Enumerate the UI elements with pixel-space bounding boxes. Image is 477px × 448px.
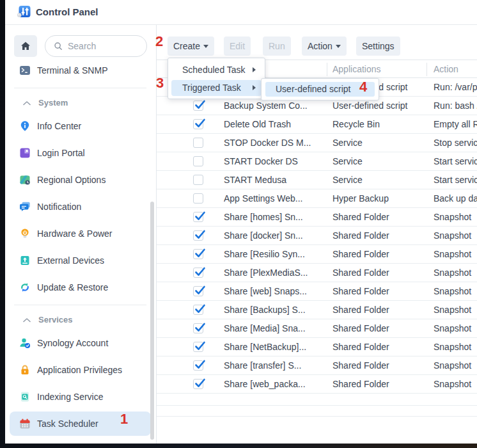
application-cell: Shared Folder [332, 301, 428, 319]
control-panel-icon [17, 5, 31, 19]
task-name-cell: Share [PlexMediaS... [224, 264, 327, 282]
action-cell: Snapshot [434, 375, 471, 393]
row-checkbox[interactable] [193, 286, 203, 296]
row-checkbox[interactable] [193, 100, 203, 111]
menu-item-scheduled-task[interactable]: Scheduled Task [168, 61, 265, 79]
settings-button[interactable]: Settings [356, 36, 400, 56]
sidebar-scrollbar[interactable] [150, 202, 154, 440]
application-cell: Shared Folder [332, 282, 428, 300]
row-checkbox[interactable] [193, 230, 203, 241]
sidebar-item-application-privileges[interactable]: Application Privileges [10, 360, 151, 380]
row-checkbox[interactable] [193, 268, 203, 278]
sidebar-item-info-center[interactable]: Info Center [10, 116, 151, 136]
row-checkbox[interactable] [193, 342, 203, 352]
submenu-arrow-icon [253, 85, 256, 90]
search-input[interactable] [68, 41, 140, 51]
table-row[interactable]: Share [Backups] S...Shared FolderSnapsho… [157, 301, 477, 319]
sidebar-item-label: Terminal & SNMP [37, 65, 107, 76]
table-row[interactable]: Share [transfer] S...Shared FolderSnapsh… [157, 356, 477, 375]
terminal-icon [19, 65, 31, 76]
annotation-4: 4 [359, 80, 367, 94]
sidebar-divider [14, 88, 146, 88]
row-checkbox[interactable] [193, 249, 203, 259]
table-row[interactable]: App Settings Web...Hyper BackupBack up d… [157, 189, 477, 208]
table-row[interactable]: START MedusaServiceStart servic [157, 171, 477, 189]
action-cell: Stop servic [434, 134, 477, 152]
table-footer-divider [157, 416, 477, 417]
row-checkbox[interactable] [193, 305, 203, 315]
create-button[interactable]: Create [168, 36, 214, 56]
row-checkbox[interactable] [193, 138, 203, 148]
table-row[interactable]: Share [Resilio Syn...Shared FolderSnapsh… [157, 245, 477, 264]
row-checkbox[interactable] [193, 119, 203, 129]
table-row[interactable]: Share [Media] Sna...Shared FolderSnapsho… [157, 319, 477, 338]
sidebar-item-regional-options[interactable]: Regional Options [10, 170, 151, 189]
sidebar-item-hardware-power[interactable]: Hardware & Power [10, 224, 151, 243]
task-name-cell: START Docker DS [224, 152, 327, 170]
column-header-applications[interactable]: Applications [332, 60, 381, 78]
annotation-1: 1 [120, 412, 128, 426]
hardware-power-icon [19, 228, 31, 239]
row-checkbox[interactable] [193, 379, 203, 389]
table-row[interactable]: Delete Old TrashRecycle BinEmpty all R [157, 115, 477, 134]
row-checkbox[interactable] [193, 323, 203, 333]
sidebar-item-terminal-snmp[interactable]: Terminal & SNMP [10, 61, 151, 80]
action-cell: Start servic [434, 152, 477, 170]
search-box[interactable] [45, 35, 147, 57]
notification-icon [19, 201, 31, 212]
sidebar-item-indexing-service[interactable]: Indexing Service [10, 387, 151, 406]
row-checkbox[interactable] [193, 360, 203, 371]
sidebar-section-system[interactable]: System [10, 95, 151, 110]
action-cell: Snapshot [434, 301, 471, 319]
row-checkbox[interactable] [193, 193, 203, 204]
action-cell: Snapshot [434, 282, 471, 300]
home-button[interactable] [14, 35, 37, 57]
task-name-cell: Share [NetBackup]... [224, 338, 327, 356]
sidebar-item-notification[interactable]: Notification [10, 197, 151, 216]
table-row[interactable]: Share [web_packa...Shared FolderSnapshot [157, 375, 477, 394]
row-checkbox[interactable] [193, 212, 203, 222]
sidebar-item-task-scheduler[interactable]: Task Scheduler [10, 412, 151, 436]
task-name-cell: START Medusa [224, 171, 327, 189]
task-name-cell: Share [transfer] S... [224, 356, 327, 374]
table-row[interactable]: STOP Docker DS M...ServiceStop servic [157, 134, 477, 152]
table-row[interactable]: Share [homes] Sn...Shared FolderSnapshot [157, 208, 477, 227]
sidebar-item-synology-account[interactable]: Synology Account [10, 333, 151, 353]
task-name-cell: Share [Media] Sna... [224, 319, 327, 337]
update-restore-icon [19, 282, 31, 293]
sidebar-item-label: Notification [37, 202, 81, 212]
table-row[interactable]: Share [web] Snaps...Shared FolderSnapsho… [157, 282, 477, 301]
row-checkbox[interactable] [193, 175, 203, 185]
menu-item-user-defined-script[interactable]: User-defined script [276, 79, 351, 100]
task-name-cell: Share [docker] Sn... [224, 227, 327, 244]
action-cell: Snapshot [434, 264, 471, 282]
sidebar-section-services[interactable]: Services [10, 312, 151, 327]
sidebar-item-external-devices[interactable]: External Devices [10, 251, 151, 270]
application-cell: Hyper Backup [332, 189, 428, 207]
column-header-action[interactable]: Action [434, 60, 458, 78]
sidebar-item-login-portal[interactable]: Login Portal [10, 143, 151, 163]
menu-item-triggered-task[interactable]: Triggered Task [171, 80, 262, 96]
application-cell: Shared Folder [332, 338, 428, 356]
sidebar-item-update-restore[interactable]: Update & Restore [10, 278, 151, 297]
table-row[interactable]: Share [docker] Sn...Shared FolderSnapsho… [157, 227, 477, 245]
desktop-wallpaper: Control Panel Terminal & SNMPSystemInfo … [0, 0, 477, 448]
sidebar-item-label: Application Privileges [37, 365, 122, 375]
row-checkbox[interactable] [193, 156, 203, 166]
table-row[interactable]: Share [PlexMediaS...Shared FolderSnapsho… [157, 264, 477, 282]
create-dropdown-menu: Scheduled Task Triggered Task [168, 58, 265, 99]
run-button[interactable]: Run [263, 36, 291, 56]
table-row[interactable]: Share [NetBackup]...Shared FolderSnapsho… [157, 338, 477, 356]
info-center-icon [19, 120, 31, 132]
table-footer-divider [157, 405, 477, 406]
synology-account-icon [19, 337, 31, 349]
action-button[interactable]: Action [302, 36, 347, 56]
application-cell: Shared Folder [332, 264, 428, 282]
table-row[interactable]: START Docker DSServiceStart servic [157, 152, 477, 171]
action-cell: Snapshot [434, 208, 471, 226]
task-name-cell: Share [Resilio Syn... [224, 245, 327, 263]
edit-button[interactable]: Edit [224, 36, 251, 56]
task-scheduler-icon [19, 418, 31, 429]
action-cell: Empty all R [434, 115, 477, 133]
action-cell: Snapshot [434, 338, 471, 356]
